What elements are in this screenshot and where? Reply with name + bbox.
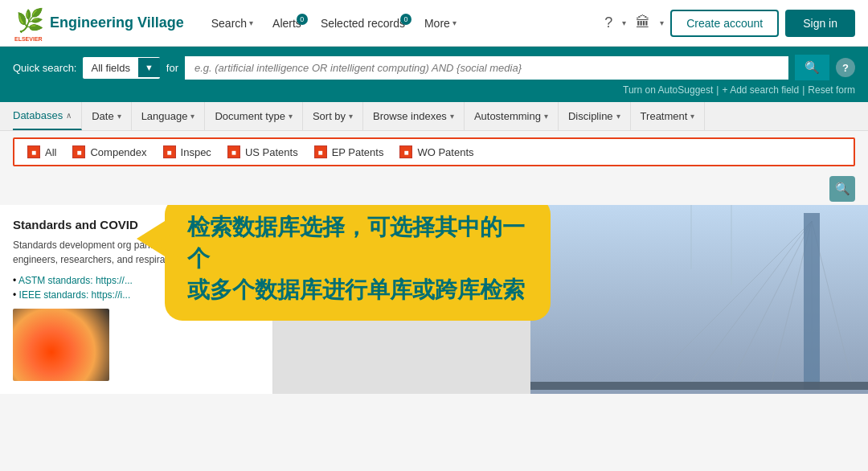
search-button[interactable]: 🔍: [795, 55, 829, 80]
main-nav: Search ▾ Alerts 0 Selected records 0 Mor…: [203, 12, 602, 35]
db-ep-patents[interactable]: EP Patents: [314, 145, 384, 158]
field-selector[interactable]: All fields ▼: [83, 57, 159, 79]
field-label: All fields: [83, 57, 137, 79]
search-input[interactable]: [185, 56, 788, 80]
filter-document-type[interactable]: Document type ▾: [205, 102, 302, 130]
chevron-down-icon: ▾: [249, 18, 253, 27]
help-icon[interactable]: ?: [601, 11, 616, 35]
quick-search-label: Quick search:: [13, 62, 76, 74]
filter-date[interactable]: Date ▾: [82, 102, 131, 130]
filter-language[interactable]: Language ▾: [132, 102, 206, 130]
astm-link[interactable]: ASTM standards: https://...: [18, 275, 133, 286]
db-inspec-checkbox[interactable]: [163, 145, 176, 158]
db-ep-patents-checkbox[interactable]: [314, 145, 327, 158]
article-thumbnail: [13, 309, 109, 381]
filter-browse-indexes[interactable]: Browse indexes ▾: [363, 102, 465, 130]
content-area: 检索数据库选择，可选择其中的一个 或多个数据库进行单库或跨库检索 Standar…: [0, 205, 868, 394]
db-compendex[interactable]: Compendex: [72, 145, 146, 158]
chevron-down-icon: ▾: [289, 112, 293, 121]
chevron-down-icon: ▾: [450, 112, 454, 121]
library-icon[interactable]: 🏛: [633, 11, 653, 35]
nav-alerts[interactable]: Alerts 0: [264, 12, 309, 35]
db-wo-patents-checkbox[interactable]: [399, 145, 412, 158]
header: 🌿 ELSEVIER Engineering Village Search ▾ …: [0, 0, 868, 47]
sign-in-button[interactable]: Sign in: [785, 10, 855, 37]
reset-form-link[interactable]: Reset form: [808, 84, 855, 96]
chevron-down-icon: ▾: [690, 112, 694, 121]
db-inspec[interactable]: Inspec: [163, 145, 211, 158]
db-all-checkbox[interactable]: [27, 145, 40, 158]
site-title: Engineering Village: [50, 14, 184, 31]
bullet-icon: •: [13, 289, 19, 301]
filter-bar: Databases ∧ Date ▾ Language ▾ Document t…: [0, 102, 868, 131]
svg-text:🌿: 🌿: [16, 7, 43, 34]
chevron-down-icon: ▾: [452, 18, 457, 27]
for-label: for: [166, 62, 178, 74]
logo-text: Engineering Village: [50, 14, 184, 31]
search-row: Quick search: All fields ▼ for 🔍 ?: [13, 55, 855, 80]
header-right: ? ▾ 🏛 ▾ Create account Sign in: [601, 10, 855, 37]
create-account-button[interactable]: Create account: [670, 10, 779, 37]
nav-selected-records[interactable]: Selected records 0: [313, 12, 413, 35]
db-us-patents-checkbox[interactable]: [227, 145, 240, 158]
selected-records-badge: 0: [400, 14, 411, 25]
db-all[interactable]: All: [27, 145, 56, 158]
filter-treatment[interactable]: Treatment ▾: [631, 102, 706, 130]
search-options: Turn on AutoSuggest | + Add search field…: [13, 84, 855, 96]
search-bar: Quick search: All fields ▼ for 🔍 ? Turn …: [0, 47, 868, 102]
help-chevron: ▾: [622, 18, 626, 27]
field-dropdown-icon[interactable]: ▼: [138, 58, 160, 77]
filter-databases[interactable]: Databases ∧: [13, 102, 82, 130]
tooltip-container: 检索数据库选择，可选择其中的一个 或多个数据库进行单库或跨库检索: [137, 205, 551, 321]
filter-discipline[interactable]: Discipline ▾: [559, 102, 631, 130]
db-wo-patents[interactable]: WO Patents: [399, 145, 473, 158]
logo-area: 🌿 ELSEVIER Engineering Village: [13, 4, 184, 43]
chevron-down-icon: ▾: [349, 112, 353, 121]
elsevier-logo-icon: 🌿 ELSEVIER: [13, 4, 43, 43]
chevron-down-icon: ▾: [190, 112, 194, 121]
db-compendex-checkbox[interactable]: [72, 145, 85, 158]
alerts-badge: 0: [297, 14, 308, 25]
add-search-field-link[interactable]: + Add search field: [722, 84, 799, 96]
tooltip-bubble: 检索数据库选择，可选择其中的一个 或多个数据库进行单库或跨库检索: [165, 205, 551, 321]
autosuggest-label: Turn on AutoSuggest: [623, 84, 713, 96]
bullet-icon: •: [13, 275, 18, 286]
chevron-down-icon: ▾: [616, 112, 620, 121]
search-help-button[interactable]: ?: [836, 58, 855, 77]
search-circle-button[interactable]: 🔍: [829, 176, 855, 202]
tooltip-line2: 或多个数据库进行单库或跨库检索: [187, 274, 528, 305]
db-us-patents[interactable]: US Patents: [227, 145, 298, 158]
filter-sort-by[interactable]: Sort by ▾: [303, 102, 363, 130]
library-chevron: ▾: [660, 18, 664, 27]
chevron-up-icon: ∧: [66, 111, 72, 120]
svg-text:ELSEVIER: ELSEVIER: [14, 36, 43, 42]
chevron-down-icon: ▾: [117, 112, 121, 121]
tooltip-line1: 检索数据库选择，可选择其中的一个: [187, 211, 528, 274]
search-icon-row: 🔍: [0, 173, 868, 205]
ieee-link[interactable]: IEEE standards: https://i...: [19, 289, 131, 301]
nav-more[interactable]: More ▾: [416, 12, 465, 35]
filter-autostemming[interactable]: Autostemming ▾: [465, 102, 559, 130]
chevron-down-icon: ▾: [544, 112, 548, 121]
database-selector-row: All Compendex Inspec US Patents EP Paten…: [13, 137, 855, 166]
svg-rect-11: [530, 382, 868, 390]
nav-search[interactable]: Search ▾: [203, 12, 261, 35]
